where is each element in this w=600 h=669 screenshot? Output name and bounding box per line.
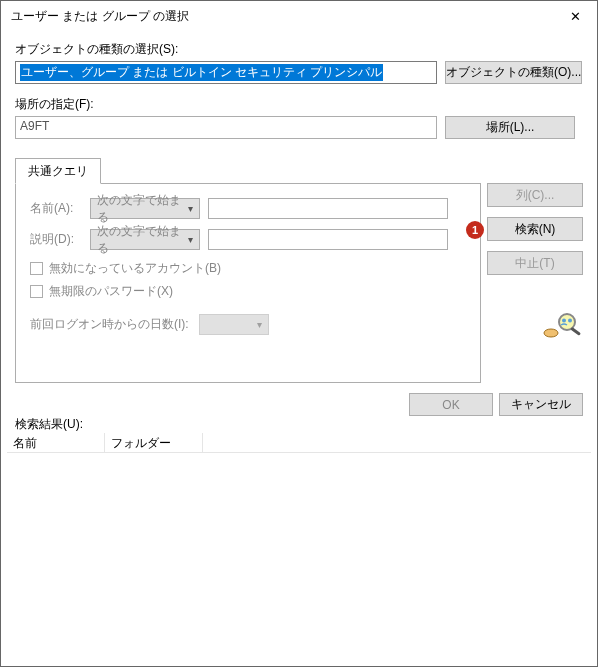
footer-buttons: OK キャンセル bbox=[409, 393, 583, 416]
days-label: 前回ログオン時からの日数(I): bbox=[30, 316, 189, 333]
find-now-button[interactable]: 1 検索(N) bbox=[487, 217, 583, 241]
stop-button[interactable]: 中止(T) bbox=[487, 251, 583, 275]
disabled-accounts-row: 無効になっているアカウント(B) bbox=[30, 260, 466, 277]
disabled-accounts-label: 無効になっているアカウント(B) bbox=[49, 260, 221, 277]
location-value: A9FT bbox=[20, 119, 49, 133]
results-label: 検索結果(U): bbox=[15, 416, 83, 433]
name-row: 名前(A): 次の文字で始まる ▾ bbox=[30, 198, 466, 219]
svg-point-3 bbox=[562, 319, 566, 323]
magnifier-people-icon bbox=[543, 311, 583, 341]
tab-common-queries[interactable]: 共通クエリ bbox=[15, 158, 101, 184]
tab-page: 名前(A): 次の文字で始まる ▾ 説明(D): 次の文字で始まる ▾ bbox=[15, 183, 481, 383]
ok-button[interactable]: OK bbox=[409, 393, 493, 416]
name-label: 名前(A): bbox=[30, 200, 90, 217]
locations-button[interactable]: 場所(L)... bbox=[445, 116, 575, 139]
noexpire-checkbox[interactable] bbox=[30, 285, 43, 298]
dialog-window: ユーザー または グループ の選択 ✕ オブジェクトの種類の選択(S): ユーザ… bbox=[0, 0, 598, 667]
column-rest bbox=[203, 433, 591, 453]
noexpire-row: 無期限のパスワード(X) bbox=[30, 283, 466, 300]
desc-input[interactable] bbox=[208, 229, 448, 250]
close-icon: ✕ bbox=[570, 9, 581, 24]
svg-rect-2 bbox=[570, 327, 581, 336]
desc-mode-select[interactable]: 次の文字で始まる ▾ bbox=[90, 229, 200, 250]
columns-button[interactable]: 列(C)... bbox=[487, 183, 583, 207]
close-button[interactable]: ✕ bbox=[553, 1, 597, 31]
noexpire-label: 無期限のパスワード(X) bbox=[49, 283, 173, 300]
titlebar: ユーザー または グループ の選択 ✕ bbox=[1, 1, 597, 31]
svg-point-1 bbox=[559, 314, 575, 330]
step-badge: 1 bbox=[466, 221, 484, 239]
location-label: 場所の指定(F): bbox=[15, 96, 583, 113]
object-type-value: ユーザー、グループ または ビルトイン セキュリティ プリンシパル bbox=[20, 64, 383, 81]
column-name[interactable]: 名前 bbox=[7, 433, 105, 453]
results-list[interactable] bbox=[7, 453, 591, 660]
column-folder[interactable]: フォルダー bbox=[105, 433, 203, 453]
object-type-label: オブジェクトの種類の選択(S): bbox=[15, 41, 583, 58]
chevron-down-icon: ▾ bbox=[188, 234, 193, 245]
window-title: ユーザー または グループ の選択 bbox=[11, 8, 189, 25]
object-type-input[interactable]: ユーザー、グループ または ビルトイン セキュリティ プリンシパル bbox=[15, 61, 437, 84]
cancel-button[interactable]: キャンセル bbox=[499, 393, 583, 416]
name-input[interactable] bbox=[208, 198, 448, 219]
titlebar-buttons: ✕ bbox=[553, 1, 597, 31]
disabled-accounts-checkbox[interactable] bbox=[30, 262, 43, 275]
chevron-down-icon: ▾ bbox=[257, 319, 262, 330]
results-header: 名前 フォルダー bbox=[7, 433, 591, 453]
object-types-button[interactable]: オブジェクトの種類(O)... bbox=[445, 61, 582, 84]
days-select[interactable]: ▾ bbox=[199, 314, 269, 335]
name-mode-select[interactable]: 次の文字で始まる ▾ bbox=[90, 198, 200, 219]
right-button-column: 列(C)... 1 検索(N) 中止(T) bbox=[487, 183, 583, 285]
desc-row: 説明(D): 次の文字で始まる ▾ bbox=[30, 229, 466, 250]
desc-label: 説明(D): bbox=[30, 231, 90, 248]
svg-point-0 bbox=[544, 329, 558, 337]
days-row: 前回ログオン時からの日数(I): ▾ bbox=[30, 314, 466, 335]
svg-point-4 bbox=[568, 319, 572, 323]
location-input[interactable]: A9FT bbox=[15, 116, 437, 139]
chevron-down-icon: ▾ bbox=[188, 203, 193, 214]
